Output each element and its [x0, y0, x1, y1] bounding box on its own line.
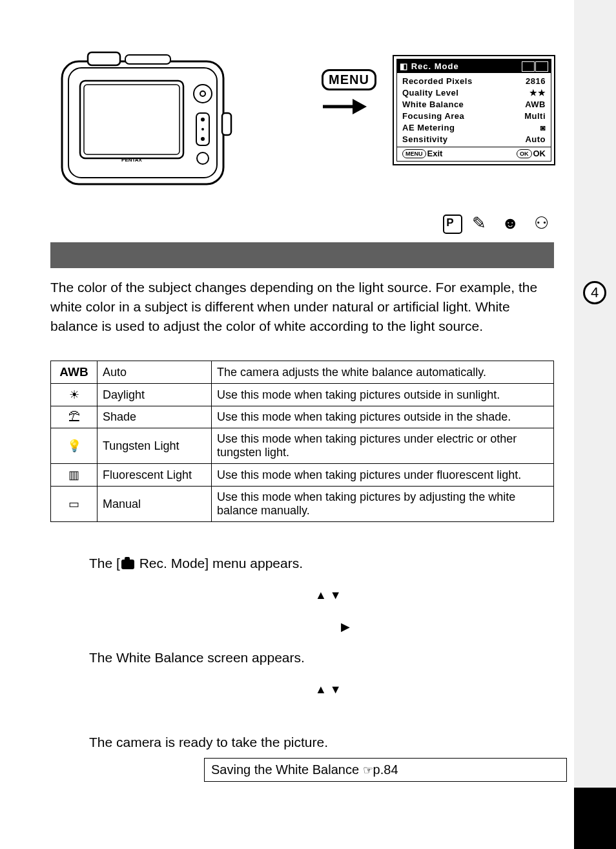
savebox-page: p.84	[373, 762, 398, 777]
camera-icon	[121, 560, 134, 569]
lcd-title-text: Rec. Mode	[411, 61, 459, 71]
lcd-value: 2816	[526, 76, 546, 87]
savebox-text: Saving the White Balance	[211, 762, 363, 777]
lcd-value: AWB	[525, 99, 546, 110]
lcd-list: Recorded Pixels2816 Quality Level★★ Whit…	[397, 73, 551, 147]
lcd-value: Auto	[525, 134, 546, 145]
step-line: ▶	[89, 615, 554, 638]
table-row: ☀ Daylight Use this mode when taking pic…	[51, 384, 554, 406]
margin-strip: 4	[574, 0, 616, 849]
steps-block: The [ Rec. Mode] menu appears. ▲ ▼ ▶ The…	[89, 552, 554, 762]
step-text: The [	[89, 556, 120, 571]
wb-desc: The camera adjusts the white balance aut…	[212, 361, 554, 384]
intro-paragraph: The color of the subject changes dependi…	[50, 278, 554, 336]
lcd-foot-left: MENUExit	[402, 149, 442, 159]
camera-icon: ◧	[400, 61, 408, 71]
chapter-tab: 4	[583, 281, 606, 304]
lcd-inner: ◧ Rec. Mode Recorded Pixels2816 Quality …	[396, 59, 551, 162]
daylight-icon: ☀	[51, 384, 98, 406]
svg-rect-14	[125, 55, 170, 64]
lcd-row: White BalanceAWB	[402, 99, 546, 110]
mode-other-icons: ✎ ☻ ⚇	[472, 213, 554, 233]
menu-pill-small: MENU	[402, 149, 426, 158]
lcd-row: AE Metering◙	[402, 122, 546, 134]
wb-name: Daylight	[98, 384, 212, 406]
fluorescent-icon: ▥	[51, 464, 98, 487]
pointer-icon: ☞	[363, 764, 373, 777]
wb-name: Fluorescent Light	[98, 464, 212, 487]
lcd-label: White Balance	[402, 99, 464, 110]
step-line: The White Balance screen appears.	[89, 647, 554, 669]
wb-name: Auto	[98, 361, 212, 384]
svg-point-10	[201, 137, 205, 141]
lcd-title: ◧ Rec. Mode	[400, 61, 459, 71]
table-row: ⛱ Shade Use this mode when taking pictur…	[51, 406, 554, 428]
up-down-triangles-icon: ▲ ▼	[315, 589, 342, 602]
lcd-row: Focusing AreaMulti	[402, 110, 546, 122]
svg-point-6	[200, 91, 205, 96]
menu-pill: MENU	[322, 69, 376, 90]
mode-icons-row: P ✎ ☻ ⚇	[443, 213, 554, 234]
camera-illustration: PENTAX	[56, 48, 236, 200]
lcd-row: SensitivityAuto	[402, 134, 546, 145]
lcd-label: Focusing Area	[402, 110, 464, 122]
shade-icon: ⛱	[51, 406, 98, 428]
step-line: The [ Rec. Mode] menu appears.	[89, 552, 554, 574]
top-illustration: PENTAX MENU	[50, 29, 554, 210]
svg-rect-13	[88, 52, 120, 65]
tungsten-icon: 💡	[51, 428, 98, 464]
table-row: AWB Auto The camera adjusts the white ba…	[51, 361, 554, 384]
lcd-label: Quality Level	[402, 87, 458, 99]
wb-desc: Use this mode when taking pictures by ad…	[212, 487, 554, 522]
p-mode-icon: P	[443, 215, 462, 234]
right-triangle-icon: ▶	[341, 620, 350, 633]
lcd-foot-right: OKOK	[517, 149, 546, 159]
content-area: PENTAX MENU	[50, 29, 554, 210]
tab-number: 4	[583, 281, 606, 304]
lcd-row: Quality Level★★	[402, 87, 546, 99]
wb-desc: Use this mode when taking pictures outsi…	[212, 406, 554, 428]
svg-rect-3	[84, 85, 180, 154]
svg-point-9	[201, 128, 204, 131]
wb-name: Tungsten Light	[98, 428, 212, 464]
lcd-title-bar: ◧ Rec. Mode	[397, 59, 551, 73]
ok-pill-small: OK	[517, 149, 532, 158]
wb-name: Manual	[98, 487, 212, 522]
lcd-label: AE Metering	[402, 122, 455, 134]
manual-icon: ▭	[51, 487, 98, 522]
table-row: 💡 Tungsten Light Use this mode when taki…	[51, 428, 554, 464]
wb-desc: Use this mode when taking pictures under…	[212, 428, 554, 464]
section-heading-bar	[50, 242, 554, 268]
wb-desc: Use this mode when taking pictures outsi…	[212, 384, 554, 406]
white-balance-table: AWB Auto The camera adjusts the white ba…	[50, 361, 554, 522]
svg-point-11	[197, 152, 209, 164]
lcd-screen: ◧ Rec. Mode Recorded Pixels2816 Quality …	[393, 55, 555, 165]
awb-icon: AWB	[59, 365, 88, 379]
wb-desc: Use this mode when taking pictures under…	[212, 464, 554, 487]
step-line: ▲ ▼	[89, 678, 554, 700]
menu-button: MENU	[322, 69, 376, 90]
page: 4 PENTAX	[0, 0, 616, 849]
lcd-label: Sensitivity	[402, 134, 448, 145]
step-line: ▲ ▼	[89, 583, 554, 606]
svg-point-8	[201, 118, 205, 121]
table-row: ▥ Fluorescent Light Use this mode when t…	[51, 464, 554, 487]
lcd-foot-left-text: Exit	[427, 149, 443, 158]
saving-reference-box: Saving the White Balance ☞p.84	[204, 758, 567, 782]
lcd-foot-right-text: OK	[533, 149, 546, 158]
spacer	[89, 709, 554, 722]
lcd-label: Recorded Pixels	[402, 76, 473, 87]
step-line: The camera is ready to take the picture.	[89, 731, 554, 753]
lcd-value: ◙	[540, 122, 546, 134]
svg-text:PENTAX: PENTAX	[121, 157, 143, 163]
svg-marker-16	[353, 99, 367, 114]
wb-name: Shade	[98, 406, 212, 428]
table-row: ▭ Manual Use this mode when taking pictu…	[51, 487, 554, 522]
svg-rect-12	[222, 113, 231, 135]
up-down-triangles-icon: ▲ ▼	[315, 683, 342, 696]
lcd-tabs-icons	[521, 61, 548, 72]
lcd-value: Multi	[524, 110, 546, 122]
lcd-row: Recorded Pixels2816	[402, 76, 546, 87]
step-text: Rec. Mode] menu appears.	[136, 556, 303, 571]
lcd-value: ★★	[529, 87, 546, 99]
